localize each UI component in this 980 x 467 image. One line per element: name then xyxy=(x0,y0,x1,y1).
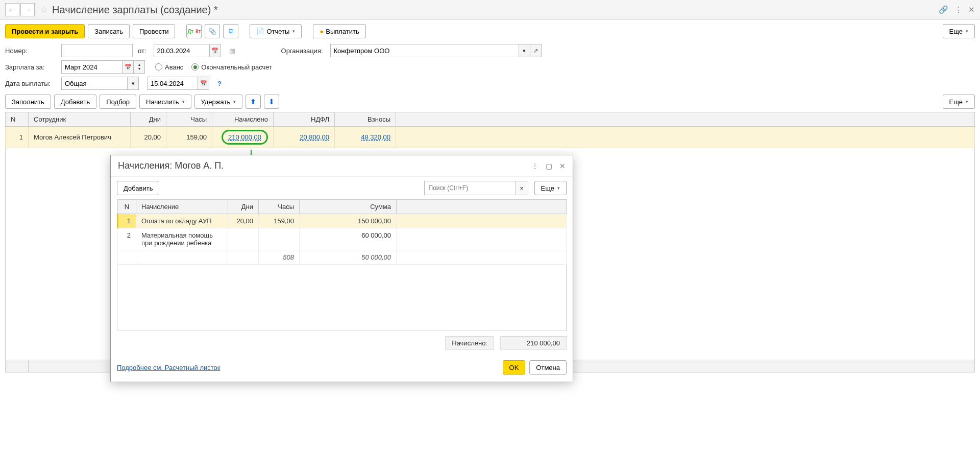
mcell-sub-days xyxy=(228,250,259,265)
reports-dropdown[interactable]: 📄Отчеты xyxy=(250,24,302,38)
modal-search-clear-icon[interactable]: × xyxy=(516,181,528,195)
sheet-icon[interactable]: ▦ xyxy=(229,47,235,55)
save-button[interactable]: Записать xyxy=(88,24,130,38)
nav-back-button[interactable]: ← xyxy=(5,3,19,16)
col-n[interactable]: N xyxy=(6,112,29,127)
mcell-name: Оплата по окладу АУП xyxy=(136,214,228,228)
table-toolbar: Заполнить Добавить Подбор Начислить Удер… xyxy=(0,91,980,112)
salary-period-input[interactable] xyxy=(61,60,122,74)
modal-kebab-icon[interactable]: ⋮ xyxy=(531,162,538,170)
attachment-icon-button[interactable]: 📎 xyxy=(205,24,220,38)
cell-contrib-link[interactable]: 48 320,00 xyxy=(361,133,390,141)
form-row-salary-period: Зарплата за: 📅 ▴▾ Аванс Окончательный ра… xyxy=(0,59,980,75)
modal-toolbar: Добавить × Еще xyxy=(111,177,573,199)
modal-payslip-link[interactable]: Подробнее см. Расчетный листок xyxy=(117,364,220,371)
mcell-spacer xyxy=(397,214,567,228)
paydate-label: Дата выплаты: xyxy=(5,80,56,87)
paydate-mode-dropdown-icon[interactable]: ▾ xyxy=(128,77,139,90)
link-icon[interactable]: 🔗 xyxy=(939,5,948,14)
cell-ndfl-link[interactable]: 20 800,00 xyxy=(300,133,329,141)
accruals-table: N Начисление Дни Часы Сумма 1 Оплата по … xyxy=(117,199,567,265)
period-spinner[interactable]: ▴▾ xyxy=(134,60,145,74)
col-spacer xyxy=(396,112,975,127)
table-row[interactable]: 1 Могов Алексей Петрович 20,00 159,00 21… xyxy=(6,127,975,148)
col-ndfl[interactable]: НДФЛ xyxy=(274,112,335,127)
salary-for-label: Зарплата за: xyxy=(5,63,56,71)
mcol-hours[interactable]: Часы xyxy=(259,200,300,214)
favorite-star-icon[interactable]: ☆ xyxy=(40,4,48,15)
modal-cancel-button[interactable]: Отмена xyxy=(529,360,567,372)
mcell-sub-sum: 50 000,00 xyxy=(300,250,397,265)
accruals-modal: Начисления: Могов А. П. ⋮ ▢ ✕ Добавить ×… xyxy=(110,155,573,372)
modal-more-dropdown[interactable]: Еще xyxy=(534,181,567,195)
cell-ndfl[interactable]: 20 800,00 xyxy=(274,127,335,148)
calendar-icon[interactable]: 📅 xyxy=(210,44,221,57)
org-input[interactable] xyxy=(330,44,519,57)
cell-accrued[interactable]: 210 000,00 xyxy=(212,127,274,148)
period-calendar-icon[interactable]: 📅 xyxy=(122,60,134,74)
pay-button[interactable]: ●Выплатить xyxy=(313,24,365,38)
col-accrued[interactable]: Начислено xyxy=(212,112,274,127)
final-radio[interactable]: Окончательный расчет xyxy=(191,63,272,71)
cell-contrib[interactable]: 48 320,00 xyxy=(335,127,396,148)
col-employee[interactable]: Сотрудник xyxy=(29,112,131,127)
mcol-days[interactable]: Дни xyxy=(228,200,259,214)
move-down-button[interactable]: ⬇ xyxy=(264,95,279,109)
mcell-sum: 150 000,00 xyxy=(300,214,397,228)
paydate-calendar-icon[interactable]: 📅 xyxy=(198,77,209,90)
col-contrib[interactable]: Взносы xyxy=(335,112,396,127)
mcell-sub-n xyxy=(118,250,136,265)
nav-forward-button[interactable]: → xyxy=(20,3,35,16)
number-input[interactable] xyxy=(61,44,133,57)
modal-title: Начисления: Могов А. П. xyxy=(118,160,224,171)
move-up-button[interactable]: ⬆ xyxy=(246,95,261,109)
fill-button[interactable]: Заполнить xyxy=(5,95,51,109)
modal-close-icon[interactable]: ✕ xyxy=(559,162,566,170)
org-dropdown-icon[interactable]: ▾ xyxy=(519,44,530,57)
advance-radio[interactable]: Аванс xyxy=(155,63,183,71)
mcol-name[interactable]: Начисление xyxy=(136,200,228,214)
post-button[interactable]: Провести xyxy=(133,24,176,38)
close-window-icon[interactable]: ✕ xyxy=(968,5,975,14)
modal-add-button[interactable]: Добавить xyxy=(117,181,159,195)
form-row-number: Номер: от: 📅 ▦ Организация: ▾ ↗ xyxy=(0,42,980,59)
mcell-days: 20,00 xyxy=(228,214,259,228)
mcell-sub-code: 508 xyxy=(259,250,300,265)
related-icon-button[interactable]: ⧉ xyxy=(223,24,238,38)
menu-kebab-icon[interactable]: ⋮ xyxy=(954,5,962,14)
paydate-input[interactable] xyxy=(147,77,198,90)
modal-total-value: 210 000,00 xyxy=(500,336,567,350)
accrual-subrow[interactable]: 508 50 000,00 xyxy=(118,250,567,265)
page-title: Начисление зарплаты (создание) * xyxy=(52,4,218,16)
employees-table: N Сотрудник Дни Часы Начислено НДФЛ Взно… xyxy=(5,112,975,148)
cell-accrued-link[interactable]: 210 000,00 xyxy=(222,130,268,145)
mcol-n[interactable]: N xyxy=(118,200,136,214)
more-dropdown[interactable]: Еще xyxy=(943,24,975,38)
mcell-spacer xyxy=(397,228,567,250)
dt-kt-icon-button[interactable]: ДтКт xyxy=(186,24,202,38)
modal-maximize-icon[interactable]: ▢ xyxy=(546,162,552,170)
withhold-dropdown[interactable]: Удержать xyxy=(194,95,243,109)
accrual-row[interactable]: 2 Материальная помощь при рождении ребен… xyxy=(118,228,567,250)
modal-table-empty-area xyxy=(117,265,567,331)
modal-search-input[interactable] xyxy=(424,181,516,195)
accrual-row-selected[interactable]: 1 Оплата по окладу АУП 20,00 159,00 150 … xyxy=(118,214,567,228)
from-label: от: xyxy=(138,47,146,55)
main-toolbar: Провести и закрыть Записать Провести ДтК… xyxy=(0,20,980,42)
paydate-mode-input[interactable] xyxy=(61,77,128,90)
add-row-button[interactable]: Добавить xyxy=(54,95,96,109)
modal-total-label: Начислено: xyxy=(445,336,494,350)
mcol-sum[interactable]: Сумма xyxy=(300,200,397,214)
accrue-dropdown[interactable]: Начислить xyxy=(139,95,191,109)
modal-ok-button[interactable]: OK xyxy=(503,360,526,372)
modal-total-row: Начислено: 210 000,00 xyxy=(111,331,573,355)
cell-n: 1 xyxy=(6,127,29,148)
col-days[interactable]: Дни xyxy=(131,112,166,127)
help-icon[interactable]: ? xyxy=(217,80,222,87)
org-open-icon[interactable]: ↗ xyxy=(530,44,542,57)
pick-button[interactable]: Подбор xyxy=(100,95,136,109)
post-and-close-button[interactable]: Провести и закрыть xyxy=(5,24,85,38)
col-hours[interactable]: Часы xyxy=(166,112,212,127)
from-date-input[interactable] xyxy=(154,44,210,57)
table-more-dropdown[interactable]: Еще xyxy=(943,95,975,109)
